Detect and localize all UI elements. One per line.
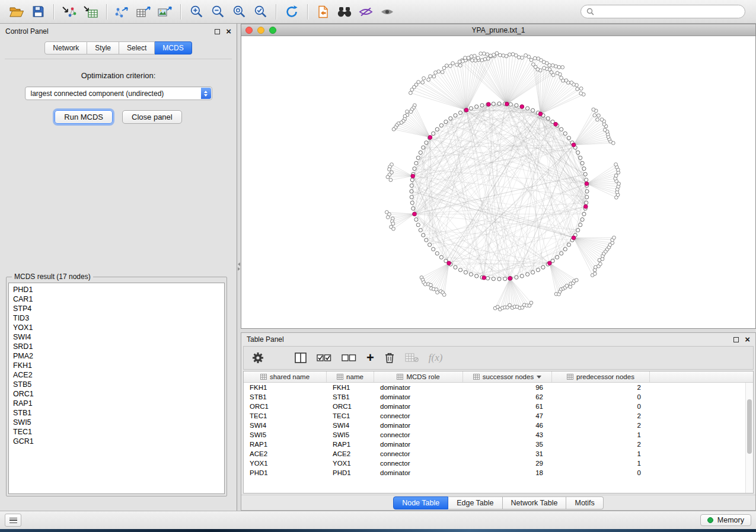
clone-network-button[interactable] bbox=[312, 2, 334, 21]
network-node[interactable] bbox=[410, 196, 413, 199]
export-image-button[interactable] bbox=[154, 2, 176, 21]
status-menu-button[interactable] bbox=[5, 514, 21, 527]
save-session-button[interactable] bbox=[27, 2, 49, 21]
network-node[interactable] bbox=[434, 71, 438, 75]
result-item[interactable]: TEC1 bbox=[13, 427, 220, 437]
network-node[interactable] bbox=[556, 255, 559, 259]
result-item[interactable]: GCR1 bbox=[13, 437, 220, 446]
network-node[interactable] bbox=[416, 223, 420, 227]
network-node[interactable] bbox=[533, 56, 537, 60]
network-window-titlebar[interactable]: YPA_prune.txt_1 bbox=[241, 24, 755, 36]
show-all-button[interactable] bbox=[377, 2, 398, 21]
network-node[interactable] bbox=[575, 278, 578, 282]
network-node[interactable] bbox=[486, 277, 490, 280]
network-node[interactable] bbox=[593, 272, 596, 275]
network-node[interactable] bbox=[511, 53, 515, 56]
open-file-button[interactable] bbox=[6, 2, 27, 21]
column-header-successor-nodes[interactable]: successor nodes bbox=[463, 371, 552, 382]
table-row[interactable]: STB1STB1dominator620 bbox=[244, 392, 753, 402]
run-mcds-button[interactable]: Run MCDS bbox=[55, 110, 113, 124]
network-node[interactable] bbox=[579, 223, 582, 227]
network-node[interactable] bbox=[521, 56, 524, 60]
scrollbar-thumb[interactable] bbox=[747, 399, 752, 454]
network-node[interactable] bbox=[505, 55, 508, 58]
close-panel-button[interactable]: Close panel bbox=[122, 110, 182, 124]
dropdown-stepper-icon[interactable] bbox=[201, 88, 211, 99]
network-node[interactable] bbox=[480, 104, 484, 107]
result-item[interactable]: SRD1 bbox=[13, 342, 220, 351]
zoom-selected-button[interactable] bbox=[250, 2, 271, 21]
tab-mcds[interactable]: MCDS bbox=[155, 41, 192, 55]
network-node[interactable] bbox=[409, 110, 413, 114]
network-node[interactable] bbox=[436, 291, 439, 294]
network-node[interactable] bbox=[596, 118, 599, 121]
network-node[interactable] bbox=[576, 228, 580, 232]
export-table-button[interactable] bbox=[133, 2, 154, 21]
mcds-dominator-node[interactable] bbox=[447, 261, 451, 265]
tab-motifs[interactable]: Motifs bbox=[566, 496, 603, 509]
network-node[interactable] bbox=[585, 190, 589, 193]
table-row[interactable]: PHD1PHD1dominator180 bbox=[244, 468, 753, 477]
network-node[interactable] bbox=[541, 265, 545, 269]
network-node[interactable] bbox=[439, 124, 443, 127]
hide-selected-button[interactable] bbox=[355, 2, 377, 21]
mcds-dominator-node[interactable] bbox=[482, 276, 486, 280]
network-node[interactable] bbox=[392, 227, 395, 230]
network-node[interactable] bbox=[442, 66, 446, 70]
tab-style[interactable]: Style bbox=[87, 41, 119, 55]
network-node[interactable] bbox=[529, 58, 533, 62]
table-row[interactable]: ORC1ORC1dominator610 bbox=[244, 402, 753, 411]
table-row[interactable]: SWI5SWI5connector431 bbox=[244, 430, 753, 440]
result-item[interactable]: ORC1 bbox=[13, 389, 220, 399]
network-node[interactable] bbox=[563, 248, 567, 251]
network-node[interactable] bbox=[416, 156, 420, 159]
network-node[interactable] bbox=[489, 54, 492, 57]
network-node[interactable] bbox=[497, 277, 501, 281]
network-node[interactable] bbox=[585, 196, 589, 199]
network-node[interactable] bbox=[414, 161, 418, 165]
mcds-dominator-node[interactable] bbox=[487, 102, 491, 107]
result-item[interactable]: STB5 bbox=[13, 380, 220, 389]
network-node[interactable] bbox=[583, 172, 587, 176]
network-node[interactable] bbox=[570, 81, 573, 85]
network-node[interactable] bbox=[410, 88, 414, 92]
network-node[interactable] bbox=[531, 108, 535, 112]
network-node[interactable] bbox=[476, 56, 480, 60]
network-node[interactable] bbox=[388, 168, 391, 171]
network-node[interactable] bbox=[442, 293, 446, 297]
network-node[interactable] bbox=[422, 146, 425, 149]
network-node[interactable] bbox=[435, 127, 439, 131]
network-node[interactable] bbox=[425, 238, 428, 242]
table-row[interactable]: FKH1FKH1dominator962 bbox=[244, 383, 753, 392]
column-header-name[interactable]: name bbox=[327, 371, 374, 382]
table-settings-button[interactable] bbox=[252, 352, 264, 364]
close-table-panel-icon[interactable]: × bbox=[745, 336, 750, 342]
network-node[interactable] bbox=[444, 120, 448, 124]
network-node[interactable] bbox=[471, 59, 474, 62]
search-input[interactable] bbox=[580, 5, 745, 18]
network-node[interactable] bbox=[486, 57, 490, 60]
network-node[interactable] bbox=[531, 271, 535, 274]
network-node[interactable] bbox=[458, 60, 461, 63]
close-panel-icon[interactable]: × bbox=[226, 28, 231, 34]
network-node[interactable] bbox=[389, 178, 393, 182]
network-node[interactable] bbox=[561, 66, 564, 69]
table-scrollbar[interactable] bbox=[745, 383, 753, 493]
network-node[interactable] bbox=[480, 59, 484, 62]
mcds-dominator-node[interactable] bbox=[584, 204, 588, 209]
column-header-mcds-role[interactable]: MCDS role bbox=[374, 371, 463, 382]
network-node[interactable] bbox=[497, 102, 501, 105]
column-header-shared-name[interactable]: shared name bbox=[244, 371, 327, 382]
network-node[interactable] bbox=[560, 76, 563, 80]
result-item[interactable]: PMA2 bbox=[13, 351, 220, 361]
network-node[interactable] bbox=[556, 72, 559, 75]
table-row[interactable]: ACE2ACE2connector311 bbox=[244, 449, 753, 459]
table-row[interactable]: TEC1TEC1connector472 bbox=[244, 411, 753, 421]
network-node[interactable] bbox=[565, 284, 569, 288]
network-node[interactable] bbox=[391, 222, 395, 226]
float-table-panel-button[interactable] bbox=[733, 337, 739, 342]
network-node[interactable] bbox=[576, 87, 579, 91]
network-node[interactable] bbox=[422, 76, 426, 80]
network-node[interactable] bbox=[410, 190, 413, 193]
network-node[interactable] bbox=[435, 252, 439, 255]
